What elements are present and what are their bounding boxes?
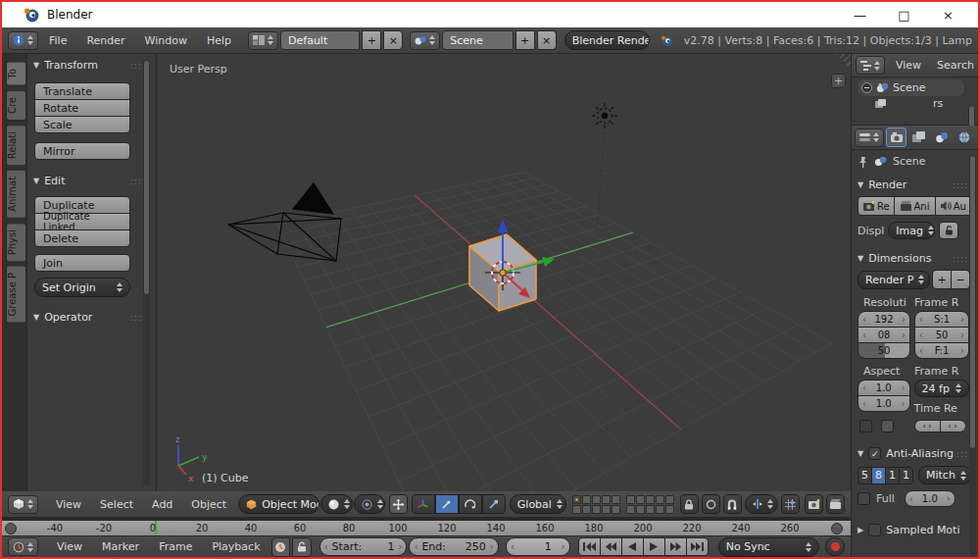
antialiasing-checkbox[interactable]: ✓	[868, 447, 881, 460]
scale-manipulator-button[interactable]	[482, 494, 506, 514]
camera-object[interactable]	[228, 183, 341, 261]
aa-sample-button[interactable]: 1	[899, 467, 913, 484]
shelf-tab-relations[interactable]: Relati	[6, 125, 26, 166]
aa-filter-dropdown[interactable]: Mitch	[918, 466, 971, 484]
border-checkbox[interactable]	[859, 420, 872, 432]
aspect-x-field[interactable]: 1.0	[858, 380, 910, 396]
layer-cell[interactable]	[572, 495, 581, 504]
expand-properties-region-button[interactable]: +	[831, 74, 846, 88]
layer-cell[interactable]	[665, 495, 674, 504]
shelf-tab-grease-pencil[interactable]: Grease P	[6, 266, 26, 324]
current-frame-field[interactable]: 1	[506, 537, 570, 556]
layer-cell[interactable]	[646, 505, 655, 514]
object-context-tab[interactable]	[976, 127, 978, 147]
mirror-button[interactable]: Mirror	[34, 142, 130, 160]
properties-scrollbar[interactable]	[969, 155, 976, 556]
close-layout-button[interactable]: ×	[383, 30, 403, 50]
delete-button[interactable]: Delete	[34, 229, 130, 247]
frame-rate-dropdown[interactable]: 24 fp	[914, 380, 969, 397]
set-origin-dropdown[interactable]: Set Origin	[34, 278, 130, 297]
timeline-editor-type-button[interactable]	[8, 537, 38, 556]
layer-cell[interactable]	[626, 505, 635, 514]
snap-toggle-button[interactable]	[723, 494, 742, 514]
opengl-render-button[interactable]	[805, 494, 823, 514]
prev-keyframe-button[interactable]	[600, 537, 622, 556]
edit-panel-header[interactable]: ▼ Edit	[27, 170, 156, 190]
render-panel-header[interactable]: ▼ Render	[852, 174, 978, 194]
layer-cell[interactable]	[612, 495, 620, 504]
translate-button[interactable]: Translate	[34, 82, 130, 100]
opengl-render-anim-button[interactable]	[826, 494, 845, 514]
transform-orientation-dropdown[interactable]: Global	[510, 494, 566, 514]
frame-end-field[interactable]: 50	[914, 327, 969, 343]
layer-cell[interactable]	[665, 505, 674, 514]
timeline-scrollbar-left-cap[interactable]	[5, 523, 17, 534]
render-animation-button[interactable]: Ani	[894, 196, 935, 216]
shelf-tab-tools[interactable]: To	[6, 62, 26, 86]
layer-cell[interactable]	[646, 495, 655, 504]
render-preset-dropdown[interactable]: Render P	[858, 271, 930, 289]
manipulator-toggle-button[interactable]	[389, 494, 408, 514]
maximize-button[interactable]: □	[882, 8, 926, 23]
render-audio-button[interactable]: Au	[935, 196, 972, 216]
tl-menu-marker[interactable]: Marker	[93, 540, 148, 553]
jump-to-start-button[interactable]	[578, 537, 601, 556]
shelf-tab-physics[interactable]: Physi	[6, 223, 26, 262]
time-remap-new-stepper[interactable]: ‹ ›	[940, 420, 966, 432]
dimensions-panel-header[interactable]: ▼ Dimensions	[852, 247, 978, 268]
remove-preset-button[interactable]: −	[951, 270, 970, 289]
aa-sample-button[interactable]: 1	[885, 467, 900, 484]
shelf-tab-animation[interactable]: Animat	[6, 170, 26, 219]
timeline-scrollbar-right-cap[interactable]	[831, 523, 843, 534]
filter-size-field[interactable]: 1.0	[905, 490, 956, 507]
lamp-object[interactable]	[592, 103, 617, 232]
layer-cell[interactable]	[636, 505, 645, 514]
menu-window[interactable]: Window	[136, 34, 196, 47]
layer-cell[interactable]	[602, 495, 611, 504]
snap-element-dropdown[interactable]	[745, 494, 779, 514]
frame-step-field[interactable]: F:1	[914, 342, 969, 359]
vp-menu-add[interactable]: Add	[143, 498, 181, 511]
layer-cell[interactable]	[582, 495, 591, 504]
tl-menu-view[interactable]: View	[48, 540, 91, 553]
full-sample-checkbox[interactable]	[858, 492, 870, 505]
rotate-manipulator-button[interactable]	[459, 494, 482, 514]
audio-sync-dropdown[interactable]: No Sync	[718, 537, 820, 557]
time-remap-old-stepper[interactable]: ‹ ›	[914, 420, 941, 432]
frame-start-field[interactable]: S:1	[914, 311, 969, 328]
frame-start-field[interactable]: Start: 1	[319, 537, 408, 556]
add-scene-button[interactable]: +	[515, 30, 535, 50]
layer-cell[interactable]	[592, 505, 601, 514]
pin-icon[interactable]	[858, 156, 868, 168]
tl-menu-frame[interactable]: Frame	[150, 540, 201, 553]
render-layers-context-tab[interactable]	[908, 127, 929, 147]
resolution-percentage-slider[interactable]: 50	[858, 342, 910, 359]
render-context-tab[interactable]	[886, 127, 906, 147]
play-reverse-button[interactable]	[621, 537, 644, 556]
properties-editor-type-button[interactable]	[855, 128, 884, 147]
tl-menu-playback[interactable]: Playback	[203, 540, 269, 553]
vp-menu-object[interactable]: Object	[182, 498, 235, 511]
rotate-button[interactable]: Rotate	[34, 99, 130, 117]
time-display-toggle-button[interactable]	[271, 537, 291, 557]
lock-interface-button[interactable]	[939, 222, 958, 239]
close-scene-button[interactable]: ×	[537, 30, 557, 50]
lock-to-scene-button[interactable]	[680, 494, 699, 514]
layer-cell[interactable]	[582, 505, 591, 514]
sampled-motion-panel-header[interactable]: ▶ Sampled Moti	[852, 519, 978, 539]
scale-button[interactable]: Scale	[34, 116, 130, 133]
outliner-menu-view[interactable]: View	[887, 59, 930, 72]
viewport-editor-type-button[interactable]	[8, 495, 38, 514]
minimize-button[interactable]: —	[838, 8, 882, 23]
layer-cell[interactable]	[602, 505, 611, 514]
translate-manipulator-button[interactable]	[435, 494, 459, 514]
screen-layout-browse-button[interactable]	[248, 31, 278, 50]
auto-keyframe-button[interactable]	[825, 537, 845, 556]
duplicate-linked-button[interactable]: Duplicate Linked	[34, 213, 130, 230]
3d-viewport[interactable]: z y x User Persp (1) Cube +	[157, 54, 851, 491]
proportional-edit-button[interactable]	[702, 494, 720, 514]
render-still-button[interactable]: Re	[858, 196, 895, 216]
frame-end-field[interactable]: End: 250	[409, 537, 498, 556]
menu-help[interactable]: Help	[198, 34, 240, 47]
layer-cell[interactable]	[572, 505, 581, 514]
